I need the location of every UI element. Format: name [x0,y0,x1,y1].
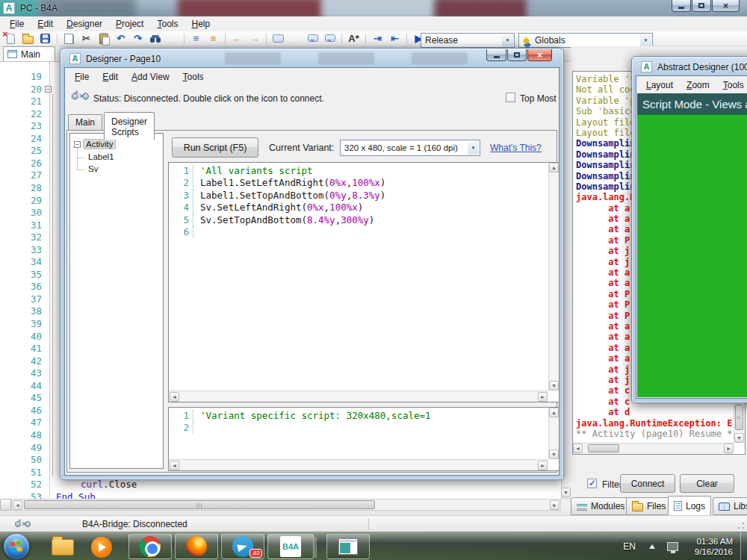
network-icon[interactable] [667,542,678,551]
editor-hscrollbar[interactable]: ◄ ► [169,391,548,402]
tree-item-label1[interactable]: Label1 [88,152,114,161]
maximize-button[interactable] [507,49,527,61]
scroll-down-arrow-icon[interactable]: ▼ [549,381,559,391]
scroll-down-arrow-icon[interactable]: ▼ [549,449,559,459]
designer-taskbar-button[interactable] [326,534,370,559]
connection-status-icon[interactable]: ⁎ [72,90,91,102]
remove-breakpoints-icon[interactable] [288,32,303,46]
tree-item-activity[interactable]: Activity [83,139,116,149]
show-hidden-icons-button[interactable] [649,541,655,549]
connect-button[interactable]: Connect [620,474,675,493]
scroll-down-arrow-icon[interactable]: ▼ [561,488,571,497]
run-script-button[interactable]: Run Script (F5) [172,137,258,158]
module-tab-main[interactable]: Main [3,46,55,61]
indent-icon[interactable]: ⇥ [370,32,385,46]
scroll-right-arrow-icon[interactable]: ► [550,500,560,510]
telegram-taskbar-button[interactable]: .82 [221,534,264,559]
b4a-taskbar-button[interactable]: B4A [267,534,314,559]
designer-tab-main[interactable]: Main [68,114,102,131]
hscroll-thumb[interactable]: ||| [24,500,375,509]
show-desktop-button[interactable] [740,532,747,560]
start-button[interactable] [4,534,29,559]
designer-titlebar[interactable]: A Designer - Page10 [69,53,161,64]
editor-hscrollbar[interactable]: ◄ ► [169,459,548,470]
splitter-box[interactable] [0,499,11,511]
scroll-left-arrow-icon[interactable]: ◄ [573,444,583,453]
redo-icon[interactable]: ↷ [130,32,146,46]
close-button[interactable]: × [527,49,552,61]
variant-select[interactable]: 320 x 480, scale = 1 (160 dpi) [340,140,480,156]
tree-item-sv[interactable]: Sv [88,164,98,173]
paste-icon[interactable] [96,32,111,46]
scroll-right-arrow-icon[interactable]: ► [538,392,548,402]
designer-menu-tools[interactable]: Tools [176,70,211,84]
open-file-icon[interactable] [20,32,36,46]
next-bookmark-icon[interactable] [322,32,338,46]
ad-menu-tools[interactable]: Tools [716,78,747,92]
main-menu-edit[interactable]: Edit [31,17,60,31]
scroll-up-arrow-icon[interactable]: ▲ [549,408,559,417]
tab-logs[interactable]: Logs [668,496,711,516]
find-next-icon[interactable] [164,32,180,46]
variant-script-editor[interactable]: 1'Variant specific script: 320x480,scale… [168,407,560,471]
close-button[interactable]: × [712,0,740,12]
ad-menu-zoom[interactable]: Zoom [680,78,716,92]
firefox-taskbar-button[interactable] [175,534,218,559]
minimize-button[interactable] [486,49,506,61]
tab-libs[interactable]: Libs [713,497,747,515]
resize-grip[interactable] [737,521,746,530]
clear-button[interactable]: Clear [680,474,734,493]
chrome-taskbar-button[interactable] [128,534,172,559]
designer-menu-file[interactable]: File [68,70,96,84]
minimize-button[interactable] [672,0,691,12]
comment-block-icon[interactable]: ≡ [188,32,204,46]
whats-this-link[interactable]: What's This? [490,143,542,153]
designer-tab-designer-scripts[interactable]: Designer Scripts [104,112,155,140]
select-region-icon[interactable] [270,32,286,46]
scroll-left-arrow-icon[interactable]: ◄ [170,461,179,470]
main-menu-tools[interactable]: Tools [150,17,185,31]
language-indicator[interactable]: EN [623,541,636,552]
scroll-right-arrow-icon[interactable]: ► [538,461,548,470]
ad-menu-layout[interactable]: Layout [639,78,680,92]
explorer-taskbar-button[interactable] [46,535,79,559]
main-menu-project[interactable]: Project [109,17,150,31]
topmost-checkbox[interactable] [506,93,515,102]
prev-bookmark-icon[interactable] [305,32,320,46]
cut-icon[interactable]: ✂ [78,32,94,46]
navigate-back-icon[interactable]: ← [229,32,245,46]
undo-icon[interactable]: ↶ [113,32,128,46]
outdent-icon[interactable]: ⇤ [387,32,403,46]
save-icon[interactable] [37,32,53,46]
filter-checkbox[interactable] [587,479,597,488]
all-variants-script-editor[interactable]: 1'All variants script2Label1.SetLeftAndR… [168,162,560,402]
clock[interactable]: 01:36 AM 9/16/2016 [695,536,733,557]
vscroll-thumb[interactable]: ≡ [735,405,743,430]
maximize-button[interactable] [692,0,711,12]
designer-menu-edit[interactable]: Edit [96,70,125,84]
views-tree[interactable]: − Activity Label1Sv [69,133,164,469]
uncomment-block-icon[interactable]: ≡ [205,32,221,46]
media-player-taskbar-button[interactable] [85,535,118,559]
main-menu-help[interactable]: Help [185,17,217,31]
code-region-select[interactable]: Globals [518,33,653,48]
main-menu-designer[interactable]: Designer [60,17,109,31]
abstract-designer-canvas[interactable] [637,114,747,397]
build-config-select[interactable]: Release [421,33,515,48]
tab-files[interactable]: Files [626,497,672,515]
scroll-up-arrow-icon[interactable]: ▲ [549,163,559,172]
designer-menu-add-view[interactable]: Add View [125,70,176,84]
hscroll-thumb[interactable] [588,444,619,452]
scroll-left-arrow-icon[interactable]: ◄ [170,392,179,402]
font-settings-icon[interactable]: A* [346,32,362,46]
fold-collapse-icon[interactable]: − [45,86,52,93]
navigate-forward-icon[interactable]: → [247,32,262,46]
editor-vscrollbar[interactable]: ▲ ▼ [548,163,559,391]
copy-icon[interactable] [61,32,77,46]
find-icon[interactable] [147,32,163,46]
editor-vscrollbar[interactable]: ▲ ▼ [548,408,559,459]
log-hscrollbar[interactable]: ◄ ► [573,443,734,454]
main-editor-hscrollbar[interactable]: ◄ ||| ► [11,499,561,511]
tab-modules[interactable]: Modules [571,497,630,515]
scroll-right-arrow-icon[interactable]: ► [724,444,734,453]
